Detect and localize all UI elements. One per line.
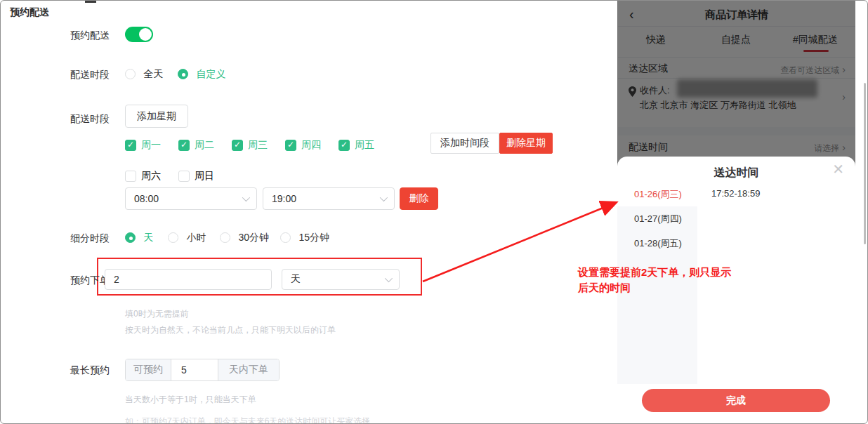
weekday-sat[interactable]: 周六	[125, 169, 161, 183]
radio-label: 自定义	[196, 68, 225, 79]
granularity-option-15min[interactable]: 15分钟	[280, 231, 329, 244]
screen: 预约配送 预约配送 配送时段 全天 自定义 配送时段 添加星期 周一 周二 周三…	[0, 0, 868, 424]
period-mode-label: 配送时段	[70, 69, 110, 81]
checkbox-checked-icon	[285, 140, 296, 151]
checkbox-checked-icon	[178, 140, 190, 151]
time-start-value: 08:00	[134, 193, 242, 204]
window-edge-artifact	[85, 1, 96, 3]
add-week-button[interactable]: 添加星期	[125, 105, 188, 128]
done-button[interactable]: 完成	[642, 389, 830, 412]
radio-icon	[220, 232, 230, 243]
max-booking-group: 可预约 天内下单	[125, 359, 280, 381]
weekday-tue[interactable]: 周二	[178, 138, 214, 152]
period-mode-option-custom[interactable]: 自定义	[178, 67, 225, 81]
weekday-label: 周六	[141, 170, 161, 181]
close-icon[interactable]: ✕	[832, 162, 844, 176]
advance-order-unit-value: 天	[291, 273, 385, 286]
scrollbar-thumb[interactable]	[864, 83, 866, 244]
checkbox-checked-icon	[232, 140, 243, 151]
add-time-slot-button[interactable]: 添加时间段	[430, 133, 499, 154]
radio-label: 小时	[186, 232, 206, 243]
toggle-knob-icon	[139, 28, 152, 41]
weekday-label: 周二	[195, 139, 214, 150]
max-booking-hint-example: 如：可预约7天内订单，即今天与未来6天的送达时间可让买家选择	[125, 416, 370, 424]
granularity-option-30min[interactable]: 30分钟	[220, 231, 269, 244]
advance-order-unit-select[interactable]: 天	[282, 269, 400, 290]
weekday-thu[interactable]: 周四	[285, 138, 321, 152]
time-start-select[interactable]: 08:00	[125, 187, 257, 210]
checkbox-checked-icon	[338, 140, 350, 151]
modal-backdrop[interactable]	[617, 1, 855, 166]
reservation-toggle-label: 预约配送	[70, 29, 110, 42]
radio-label: 天	[143, 232, 153, 243]
checkbox-checked-icon	[125, 140, 136, 151]
weekday-label: 周五	[355, 139, 374, 150]
radio-icon	[168, 232, 178, 243]
radio-label: 全天	[143, 68, 163, 79]
max-booking-input[interactable]	[171, 359, 218, 380]
advance-order-input[interactable]	[105, 269, 272, 290]
date-item[interactable]: 01-28(周五)	[617, 231, 697, 256]
advance-order-hint-day: 按天时为自然天，不论当前几点，只能下明天以后的订单	[125, 324, 336, 336]
max-booking-label: 最长预约	[70, 364, 110, 377]
time-end-select[interactable]: 19:00	[263, 187, 395, 210]
weekday-label: 周日	[195, 170, 214, 181]
chevron-down-icon	[242, 194, 250, 201]
week-schedule-label: 配送时段	[70, 113, 110, 126]
time-end-value: 19:00	[272, 193, 380, 204]
weekday-sun[interactable]: 周日	[178, 169, 214, 183]
weekday-label: 周三	[248, 139, 268, 150]
radio-label: 15分钟	[298, 232, 329, 243]
max-booking-hint-one: 当天数小于等于1时，只能当天下单	[125, 394, 256, 406]
radio-icon	[125, 69, 136, 79]
delete-week-button[interactable]: 删除星期	[499, 133, 553, 154]
time-slot[interactable]: 17:52-18:59	[711, 188, 760, 199]
advance-order-label: 预约下单	[70, 274, 110, 287]
granularity-option-day[interactable]: 天	[125, 231, 153, 244]
weekday-label: 周一	[141, 139, 161, 150]
advance-order-hint-zero: 填0时为无需提前	[125, 308, 189, 320]
granularity-label: 细分时段	[70, 232, 110, 245]
weekday-wed[interactable]: 周三	[232, 138, 268, 152]
reservation-toggle[interactable]	[125, 27, 153, 42]
max-booking-suffix: 天内下单	[218, 359, 279, 380]
page-title: 预约配送	[10, 6, 49, 19]
period-mode-option-allday[interactable]: 全天	[125, 67, 163, 81]
modal-title: 送达时间	[617, 166, 855, 180]
radio-label: 30分钟	[238, 232, 269, 243]
radio-selected-icon	[125, 232, 136, 243]
checkbox-icon	[178, 171, 190, 182]
weekday-label: 周四	[301, 139, 321, 150]
annotation-arrow-icon	[419, 194, 625, 287]
date-item-selected[interactable]: 01-26(周三)	[617, 182, 697, 206]
chevron-down-icon	[380, 194, 388, 201]
chevron-down-icon	[385, 274, 393, 282]
checkbox-icon	[125, 171, 136, 182]
radio-icon	[280, 232, 291, 243]
max-booking-prefix: 可预约	[126, 359, 171, 380]
weekday-mon[interactable]: 周一	[125, 138, 161, 152]
weekday-fri[interactable]: 周五	[338, 138, 374, 152]
granularity-option-hour[interactable]: 小时	[168, 231, 206, 244]
radio-selected-icon	[178, 69, 188, 79]
date-item[interactable]: 01-27(周四)	[617, 206, 697, 231]
